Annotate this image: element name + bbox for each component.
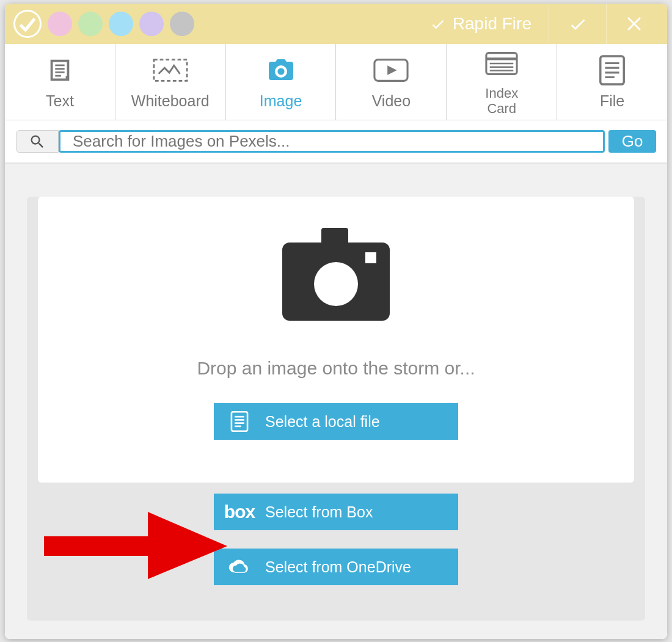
color-swatch-pink[interactable] <box>48 12 72 36</box>
svg-rect-16 <box>232 412 247 431</box>
arrow-right-icon <box>44 512 227 579</box>
tab-text[interactable]: Text <box>5 44 115 120</box>
select-from-onedrive-button[interactable]: Select from OneDrive <box>214 549 458 585</box>
topbar: Rapid Fire <box>5 4 667 44</box>
box-logo-icon: box <box>226 502 253 522</box>
file-lines-icon <box>226 411 253 432</box>
svg-rect-7 <box>601 56 624 84</box>
tab-label: File <box>600 92 624 110</box>
color-swatch-purple[interactable] <box>139 12 164 36</box>
select-outline-button[interactable] <box>13 10 42 38</box>
select-local-file-button[interactable]: Select a local file <box>214 403 458 440</box>
text-document-icon <box>46 54 74 86</box>
tab-label: Video <box>372 92 411 110</box>
rapid-fire-label: Rapid Fire <box>453 14 531 34</box>
search-icon-box <box>16 130 59 153</box>
annotation-arrow <box>44 512 227 582</box>
search-row: Go <box>5 120 667 164</box>
background-footer: Add Idea Share Setup Template Reports Im… <box>0 639 672 642</box>
tab-video[interactable]: Video <box>336 44 447 120</box>
tab-label-line2: Card <box>487 101 516 116</box>
tab-label: Whiteboard <box>131 92 210 110</box>
svg-marker-22 <box>148 512 227 579</box>
color-swatch-blue[interactable] <box>109 12 133 36</box>
button-label: Select from Box <box>265 503 373 521</box>
index-card-icon <box>485 48 518 79</box>
drop-panel: Drop an image onto the storm or... Selec… <box>27 197 645 621</box>
content-type-tabs: Text Whiteboard Image Video Index <box>5 44 667 120</box>
check-icon <box>429 15 447 32</box>
tab-file[interactable]: File <box>557 44 667 120</box>
color-swatch-grey[interactable] <box>170 12 194 36</box>
search-input[interactable] <box>59 130 605 153</box>
svg-point-14 <box>314 262 358 306</box>
content-area: Drop an image onto the storm or... Selec… <box>5 164 667 639</box>
button-label: Select from OneDrive <box>265 558 411 576</box>
add-content-modal: Rapid Fire Text Whiteboard Image <box>5 4 667 639</box>
onedrive-cloud-icon <box>226 558 253 575</box>
drop-zone[interactable]: Drop an image onto the storm or... Selec… <box>38 197 634 483</box>
close-button[interactable] <box>606 4 663 44</box>
check-icon <box>568 13 588 34</box>
file-icon <box>599 54 626 86</box>
search-icon <box>29 133 46 150</box>
svg-rect-21 <box>44 536 154 556</box>
tab-label: Image <box>260 92 302 110</box>
svg-rect-12 <box>321 228 348 245</box>
rapid-fire-toggle[interactable]: Rapid Fire <box>412 4 549 44</box>
tab-index-card[interactable]: Index Card <box>447 44 557 120</box>
camera-large-icon <box>275 220 397 336</box>
camera-icon <box>265 54 298 86</box>
whiteboard-icon <box>153 54 188 86</box>
color-swatch-green[interactable] <box>78 12 103 36</box>
select-from-box-button[interactable]: box Select from Box <box>214 494 458 530</box>
tab-whiteboard[interactable]: Whiteboard <box>115 44 226 120</box>
svg-rect-15 <box>365 252 376 263</box>
tab-label: Text <box>46 92 74 110</box>
close-icon <box>625 13 646 34</box>
search-go-button[interactable]: Go <box>608 130 656 153</box>
tab-label-line1: Index <box>485 86 518 101</box>
drop-message: Drop an image onto the storm or... <box>50 358 622 379</box>
video-play-icon <box>373 54 409 86</box>
button-label: Select a local file <box>265 413 380 431</box>
confirm-button[interactable] <box>549 4 606 44</box>
tab-image[interactable]: Image <box>226 44 337 120</box>
